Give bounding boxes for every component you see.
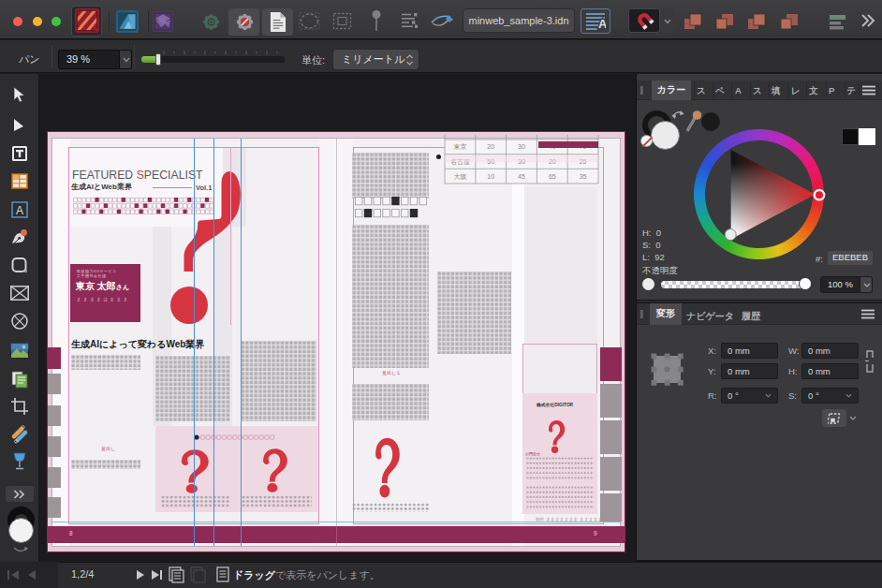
svg-text:A: A <box>16 204 23 217</box>
svg-text:A: A <box>598 17 606 30</box>
svg-text:20: 20 <box>487 143 494 150</box>
svg-text:大阪: 大阪 <box>453 173 466 180</box>
svg-text:10: 10 <box>487 173 494 180</box>
svg-text:東京: 東京 <box>453 143 466 150</box>
svg-text:35: 35 <box>580 173 587 180</box>
svg-text:45: 45 <box>518 173 525 180</box>
svg-text:30: 30 <box>518 143 525 150</box>
svg-text:65: 65 <box>549 173 556 180</box>
